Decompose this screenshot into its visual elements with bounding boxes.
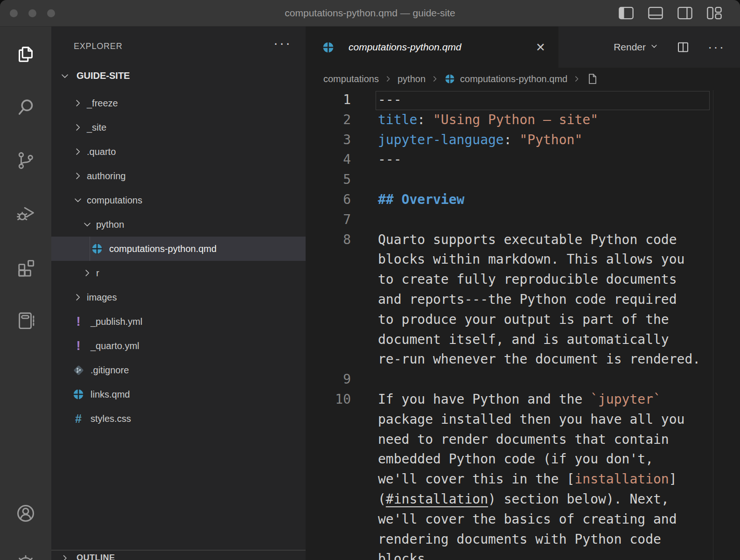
activity-bar-item-settings[interactable]: [0, 554, 51, 560]
code-line[interactable]: 5: [306, 170, 740, 190]
code-line[interactable]: and reports---the Python code required: [306, 290, 740, 310]
breadcrumb-item[interactable]: python: [398, 74, 426, 84]
code-token: ---: [378, 152, 402, 167]
code-line[interactable]: 8Quarto supports executable Python code: [306, 230, 740, 250]
breadcrumb-label: computations-python.qmd: [460, 74, 567, 84]
code-line[interactable]: 10If you have Python and the `jupyter`: [306, 390, 740, 410]
line-number: 5: [306, 170, 351, 190]
toggle-secondary-sidebar-icon[interactable]: [677, 7, 693, 20]
tree-item--publish-yml[interactable]: !_publish.yml: [51, 309, 306, 334]
tree-item-styles-css[interactable]: #styles.css: [51, 406, 306, 431]
code-line[interactable]: 3jupyter-language: "Python": [306, 130, 740, 150]
code-token: :: [504, 132, 520, 147]
render-button[interactable]: Render: [614, 42, 658, 53]
chevron-right-icon[interactable]: [72, 147, 84, 157]
line-number: 6: [306, 190, 351, 210]
activity-bar-item-extensions[interactable]: [0, 240, 51, 294]
explorer-sidebar: EXPLORER ··· GUIDE-SITE _freeze_site.qua…: [51, 27, 306, 560]
chevron-right-icon[interactable]: [81, 268, 93, 278]
tree-item--quarto[interactable]: .quarto: [51, 140, 306, 164]
tree-item-authoring[interactable]: authoring: [51, 164, 306, 188]
code-line[interactable]: 7: [306, 210, 740, 230]
code-line[interactable]: 1---: [306, 90, 740, 110]
code-line[interactable]: rendering documents with Python code: [306, 530, 740, 550]
file-label: computations-python.qmd: [109, 244, 216, 254]
file-tree: _freeze_site.quartoauthoringcomputations…: [51, 91, 306, 431]
tree-item-links-qmd[interactable]: links.qmd: [51, 382, 306, 406]
code-line[interactable]: package installed then you have all you: [306, 410, 740, 430]
sidebar-more-actions-button[interactable]: ···: [273, 35, 292, 51]
code-token: blocks within markdown. This allows you: [378, 252, 684, 267]
chevron-right-icon[interactable]: [72, 292, 84, 302]
code-token: re-run whenever the document is rendered…: [378, 351, 700, 367]
chevron-right-icon: [384, 75, 392, 83]
line-number: 2: [306, 110, 351, 130]
tree-item--quarto-yml[interactable]: !_quarto.yml: [51, 334, 306, 358]
chevron-right-icon[interactable]: [72, 98, 84, 108]
sidebar-title: EXPLORER: [74, 42, 122, 51]
code-line[interactable]: need to render documents that contain: [306, 430, 740, 450]
activity-bar-item-explorer[interactable]: [0, 28, 51, 81]
activity-bar-item-notebook[interactable]: [0, 294, 51, 347]
tab-title: computations-python.qmd: [349, 42, 461, 53]
editor-more-actions-button[interactable]: ···: [708, 41, 725, 54]
tree-item-images[interactable]: images: [51, 285, 306, 309]
layout-controls: [618, 0, 722, 26]
zoom-window-button[interactable]: [47, 9, 55, 17]
tree-item-r[interactable]: r: [51, 261, 306, 285]
tree-item-computations[interactable]: computations: [51, 188, 306, 212]
chevron-right-icon[interactable]: [72, 122, 84, 133]
chevron-right-icon[interactable]: [72, 171, 84, 181]
activity-bar-item-account[interactable]: [0, 503, 51, 524]
tree-item--gitignore[interactable]: .gitignore: [51, 358, 306, 382]
split-editor-button[interactable]: [676, 40, 690, 54]
code-line[interactable]: 6## Overview: [306, 190, 740, 210]
code-line[interactable]: blocks.: [306, 549, 740, 560]
code-line[interactable]: 2title: "Using Python — site": [306, 110, 740, 130]
file-label: computations: [87, 195, 142, 206]
code-token: ---: [378, 92, 402, 107]
tree-item--site[interactable]: _site: [51, 115, 306, 140]
code-line[interactable]: to produce your output is part of the: [306, 310, 740, 330]
customize-layout-icon[interactable]: [706, 7, 722, 20]
line-number: 10: [306, 390, 351, 410]
breadcrumb-item[interactable]: computations: [323, 74, 379, 84]
section-header-guide-site[interactable]: GUIDE-SITE: [59, 70, 130, 81]
code-line[interactable]: 4---: [306, 150, 740, 170]
code-line[interactable]: we'll cover the basics of creating and: [306, 510, 740, 530]
code-line[interactable]: we'll cover this in the [installation]: [306, 469, 740, 490]
close-tab-button[interactable]: ✕: [536, 42, 545, 53]
code-line[interactable]: embedded Python code (if you don't,: [306, 449, 740, 469]
tree-item-computations-python-qmd[interactable]: computations-python.qmd: [51, 237, 306, 261]
tree-item-python[interactable]: python: [51, 212, 306, 237]
file-label: _publish.yml: [91, 316, 142, 327]
code-token: to produce your output is part of the: [378, 312, 669, 327]
close-window-button[interactable]: [10, 9, 18, 17]
code-line[interactable]: document itself, and is automatically: [306, 330, 740, 350]
breadcrumb-item[interactable]: computations-python.qmd: [444, 73, 567, 84]
chevron-down-icon[interactable]: [72, 195, 84, 205]
activity-bar-item-run-debug[interactable]: [0, 187, 51, 240]
file-label: _freeze: [87, 98, 118, 109]
chevron-right-icon: [431, 75, 439, 83]
toggle-primary-sidebar-icon[interactable]: [618, 7, 634, 20]
file-label: python: [96, 219, 124, 230]
tree-item--freeze[interactable]: _freeze: [51, 91, 306, 115]
traffic-lights: [10, 9, 55, 17]
file-label: styles.css: [91, 413, 131, 424]
chevron-down-icon[interactable]: [81, 219, 93, 230]
code-line[interactable]: blocks within markdown. This allows you: [306, 250, 740, 270]
code-line[interactable]: to create fully reproducible documents: [306, 270, 740, 290]
tab-computations-python[interactable]: computations-python.qmd ✕: [306, 27, 558, 68]
code-line[interactable]: re-run whenever the document is rendered…: [306, 350, 740, 370]
code-editor[interactable]: 1---2title: "Using Python — site"3jupyte…: [306, 90, 740, 560]
activity-bar-item-search[interactable]: [0, 81, 51, 134]
minimize-window-button[interactable]: [28, 9, 36, 17]
code-line[interactable]: 9: [306, 370, 740, 390]
code-line[interactable]: (#installation) section below). Next,: [306, 490, 740, 510]
toggle-panel-icon[interactable]: [648, 7, 663, 20]
activity-bar-item-source-control[interactable]: [0, 134, 51, 187]
line-number: 7: [306, 210, 351, 230]
section-header-outline[interactable]: OUTLINE: [59, 553, 115, 560]
workbench: EXPLORER ··· GUIDE-SITE _freeze_site.qua…: [0, 27, 740, 560]
